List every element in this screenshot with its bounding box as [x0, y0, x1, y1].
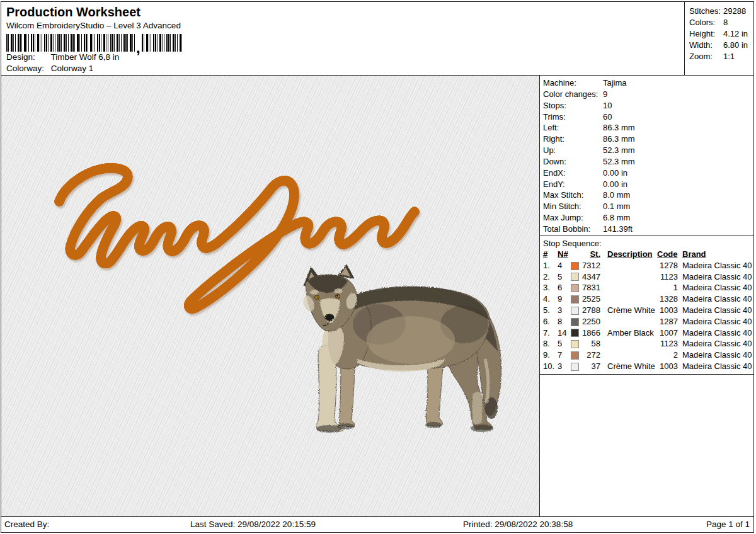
stop-sequence-title: Stop Sequence: — [543, 238, 753, 249]
machine-info-label: Up: — [543, 145, 603, 156]
thread-color-swatch — [571, 329, 579, 337]
machine-info-row: Max Stitch: 8.0 mm — [543, 190, 753, 201]
thread-code: 1007 — [657, 327, 678, 339]
footer: Created By: Last Saved: 29/08/2022 20:15… — [1, 516, 753, 532]
thread-description: Amber Black — [600, 327, 657, 339]
design-row: Design: Timber Wolf 6,8 in — [6, 52, 679, 63]
col-num: # — [543, 249, 558, 260]
thread-code: 1003 — [657, 361, 678, 372]
stat-label: Height: — [689, 28, 723, 40]
needle-number: 7 — [558, 349, 571, 361]
thread-code: 2 — [657, 349, 678, 361]
thread-brand: Madeira Classic 40 — [678, 282, 753, 293]
embroidery-artwork — [1, 76, 539, 517]
stat-value: 8 — [723, 17, 753, 28]
machine-info-row: EndX: 0.00 in — [543, 168, 753, 179]
barcode: , — [6, 33, 679, 52]
row-number: 3. — [543, 282, 558, 293]
machine-info-row: EndY: 0.00 in — [543, 179, 753, 190]
machine-info-value: 52.3 mm — [603, 145, 753, 156]
created-by-label: Created By: — [4, 519, 49, 530]
stop-sequence-header-row: # N# St. Description Code Brand — [543, 249, 753, 260]
stat-value: 4.12 in — [723, 28, 753, 40]
row-number: 10. — [543, 361, 558, 372]
printed-text: Printed: 29/08/2022 20:38:58 — [463, 519, 573, 530]
needle-number: 9 — [558, 293, 571, 305]
thread-code: 1123 — [657, 338, 678, 349]
machine-info-row: Down: 52.3 mm — [543, 156, 753, 168]
stop-sequence-row: 5. 3 2788 Crème White 1003 Madeira Class… — [543, 305, 753, 316]
stitch-count: 272 — [581, 349, 600, 361]
stat-label: Stitches: — [689, 6, 723, 17]
stat-row: Height: 4.12 in — [689, 28, 753, 40]
needle-number: 4 — [558, 260, 571, 271]
stop-sequence-row: 9. 7 272 2 Madeira Classic 40 — [543, 349, 753, 361]
col-description: Description — [600, 249, 657, 260]
thread-color-swatch — [571, 340, 579, 348]
thread-brand: Madeira Classic 40 — [678, 271, 753, 283]
design-value: Timber Wolf 6,8 in — [51, 52, 120, 62]
thread-code: 1328 — [657, 293, 678, 305]
machine-info-row: Color changes: 9 — [543, 89, 753, 100]
machine-info-row: Max Jump: 6.8 mm — [543, 212, 753, 224]
thread-description: Crème White — [600, 305, 657, 316]
header: Production Worksheet Wilcom EmbroiderySt… — [1, 2, 753, 76]
thread-code: 1003 — [657, 305, 678, 316]
stop-sequence-row: 3. 6 7831 1 Madeira Classic 40 — [543, 282, 753, 293]
colorway-row: Colorway: Colorway 1 — [6, 63, 679, 74]
machine-info-label: Total Bobbin: — [543, 224, 603, 235]
thread-color-swatch — [571, 273, 579, 281]
machine-info-value: 8.0 mm — [603, 190, 753, 201]
machine-info-label: Max Jump: — [543, 212, 603, 224]
stop-sequence-row: 4. 9 2525 1328 Madeira Classic 40 — [543, 293, 753, 305]
stop-sequence-section: Stop Sequence: # N# St. Description Code… — [540, 236, 753, 375]
machine-info-label: Max Stitch: — [543, 190, 603, 201]
thread-brand: Madeira Classic 40 — [678, 349, 753, 361]
stitch-count: 4347 — [581, 271, 600, 283]
machine-info-value: 0.00 in — [603, 179, 753, 190]
machine-info-value: 52.3 mm — [603, 156, 753, 168]
stop-sequence-row: 8. 5 58 1123 Madeira Classic 40 — [543, 338, 753, 349]
machine-info-label: Machine: — [543, 77, 603, 89]
col-code: Code — [657, 249, 678, 260]
machine-info-value: 10 — [603, 100, 753, 111]
machine-info-label: EndY: — [543, 179, 603, 190]
stitch-count: 2525 — [581, 293, 600, 305]
thread-color-swatch — [571, 318, 579, 326]
machine-info-value: 0.00 in — [603, 168, 753, 179]
panel-empty-space — [540, 375, 753, 516]
needle-number: 5 — [558, 271, 571, 283]
machine-info-label: Min Stitch: — [543, 201, 603, 212]
col-brand: Brand — [678, 249, 753, 260]
signature-embroidery — [59, 168, 415, 309]
row-number: 4. — [543, 293, 558, 305]
stat-value: 6.80 in — [723, 40, 753, 51]
machine-info-row: Stops: 10 — [543, 100, 753, 111]
thread-brand: Madeira Classic 40 — [678, 327, 753, 339]
stat-value: 29288 — [723, 6, 753, 17]
needle-number: 3 — [558, 361, 571, 372]
timber-wolf-embroidery — [301, 264, 501, 433]
stop-sequence-row: 10. 3 37 Crème White 1003 Madeira Classi… — [543, 361, 753, 372]
stat-row: Zoom: 1:1 — [689, 51, 753, 62]
thread-code: 1123 — [657, 271, 678, 283]
info-panel: Machine: Tajima Color changes: 9 Stops: … — [540, 76, 753, 516]
row-number: 7. — [543, 327, 558, 339]
stop-sequence-row: 1. 4 7312 1278 Madeira Classic 40 — [543, 260, 753, 271]
colorway-label: Colorway: — [6, 63, 49, 74]
thread-code: 1 — [657, 282, 678, 293]
needle-number: 14 — [558, 327, 571, 339]
machine-info-value: 141.39ft — [603, 224, 753, 235]
thread-color-swatch — [571, 262, 579, 270]
stitch-count: 2788 — [581, 305, 600, 316]
stat-label: Zoom: — [689, 51, 723, 62]
stitch-count: 7831 — [581, 282, 600, 293]
machine-info-label: Stops: — [543, 100, 603, 111]
row-number: 8. — [543, 338, 558, 349]
stat-row: Width: 6.80 in — [689, 40, 753, 51]
thread-brand: Madeira Classic 40 — [678, 338, 753, 349]
machine-info-value: 9 — [603, 89, 753, 100]
stat-value: 1:1 — [723, 51, 753, 62]
page-title: Production Worksheet — [6, 5, 679, 20]
thread-color-swatch — [571, 307, 579, 315]
